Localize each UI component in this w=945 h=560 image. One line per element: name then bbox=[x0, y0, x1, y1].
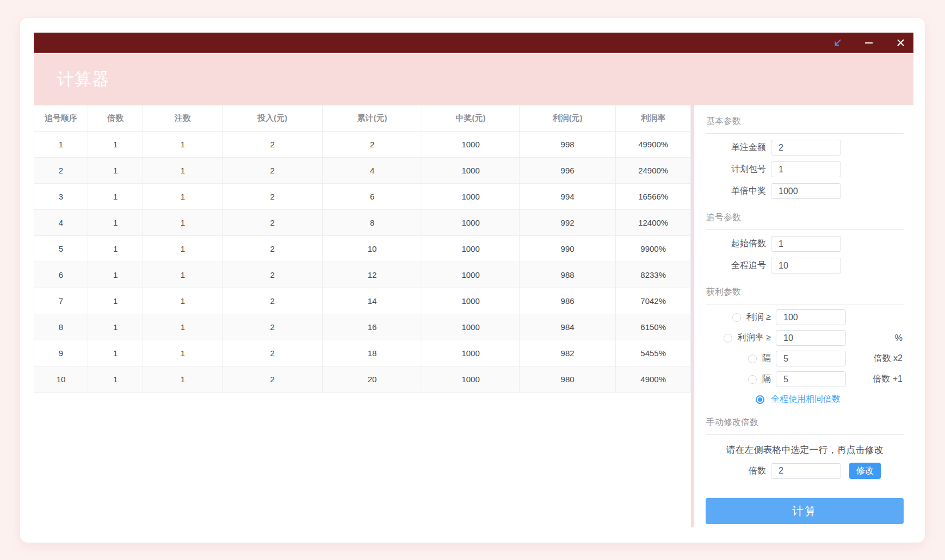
table-cell: 2 bbox=[223, 340, 322, 366]
table-cell: 1 bbox=[143, 340, 223, 366]
table-row[interactable]: 31126100099416566% bbox=[34, 184, 691, 210]
table-cell: 2 bbox=[223, 210, 322, 236]
app-window: 计算器 追号顺序 倍数 注数 投入(元) 累计(元) 中奖(元) 利润( bbox=[20, 18, 925, 543]
column-header-order: 追号顺序 bbox=[34, 105, 88, 132]
interval-plus1-input[interactable] bbox=[776, 371, 846, 387]
table-cell: 1 bbox=[143, 366, 223, 393]
column-header-profit: 利润(元) bbox=[519, 105, 615, 132]
start-multiple-input[interactable] bbox=[771, 236, 841, 252]
table-cell: 5 bbox=[34, 236, 88, 262]
table-cell: 7 bbox=[34, 288, 88, 314]
section-title-manual: 手动修改倍数 bbox=[706, 413, 904, 435]
same-multiple-label[interactable]: 全程使用相同倍数 bbox=[771, 394, 841, 405]
table-cell: 1 bbox=[88, 262, 143, 288]
table-cell: 18 bbox=[322, 340, 422, 366]
table-cell: 16566% bbox=[616, 184, 691, 210]
profit-gte-radio[interactable] bbox=[732, 313, 741, 322]
table-row[interactable]: 61121210009888233% bbox=[34, 262, 691, 288]
form-row-total-chase: 全程追号 bbox=[706, 258, 904, 273]
table-body: 11122100099849900%21124100099624900%3112… bbox=[34, 132, 691, 393]
table-row[interactable]: 11122100099849900% bbox=[34, 132, 691, 158]
plan-number-label: 计划包号 bbox=[706, 164, 771, 175]
table-cell: 3 bbox=[34, 184, 88, 210]
table-cell: 9 bbox=[34, 340, 88, 366]
bet-amount-input[interactable] bbox=[771, 140, 841, 155]
table-cell: 4900% bbox=[616, 366, 691, 393]
column-header-multiple: 倍数 bbox=[88, 105, 143, 132]
minimize-icon[interactable] bbox=[863, 38, 874, 48]
table-cell: 24900% bbox=[616, 158, 691, 184]
form-row-single-win: 单倍中奖 bbox=[706, 183, 904, 199]
calculate-button[interactable]: 计算 bbox=[706, 498, 904, 524]
single-win-input[interactable] bbox=[771, 183, 841, 199]
same-multiple-radio[interactable] bbox=[756, 395, 764, 404]
table-cell: 2 bbox=[223, 314, 322, 340]
table-row[interactable]: 81121610009846150% bbox=[34, 314, 691, 340]
table-row[interactable]: 101122010009804900% bbox=[34, 366, 691, 393]
profit-rate-gte-label: 利润率 ≥ bbox=[738, 332, 771, 344]
table-cell: 980 bbox=[519, 366, 615, 393]
close-icon[interactable] bbox=[895, 38, 906, 48]
table-row[interactable]: 71121410009867042% bbox=[34, 288, 691, 314]
table-row[interactable]: 91121810009825455% bbox=[34, 340, 691, 366]
interval-plus1-radio[interactable] bbox=[748, 375, 757, 384]
table-cell: 1000 bbox=[422, 184, 520, 210]
bet-amount-label: 单注金额 bbox=[706, 142, 771, 153]
table-cell: 1000 bbox=[422, 262, 520, 288]
form-row-plan-number: 计划包号 bbox=[706, 161, 904, 177]
form-row-manual-multiple: 倍数 修改 bbox=[706, 463, 904, 479]
interval-x2-suffix-label: 倍数 x2 bbox=[846, 353, 904, 364]
table-cell: 1 bbox=[88, 314, 143, 340]
table-cell: 986 bbox=[519, 288, 615, 314]
profit-rate-gte-input[interactable] bbox=[776, 330, 846, 346]
total-chase-input[interactable] bbox=[771, 258, 841, 273]
column-header-bets: 注数 bbox=[143, 105, 223, 132]
table-cell: 2 bbox=[223, 262, 322, 288]
form-row-bet-amount: 单注金额 bbox=[706, 140, 904, 155]
option-row-profit-gte: 利润 ≥ bbox=[706, 309, 904, 325]
table-cell: 6 bbox=[322, 184, 422, 210]
form-row-start-multiple: 起始倍数 bbox=[706, 236, 904, 252]
profit-gte-label: 利润 ≥ bbox=[746, 312, 771, 323]
table-row[interactable]: 21124100099624900% bbox=[34, 158, 691, 184]
section-title-basic: 基本参数 bbox=[706, 111, 904, 134]
table-cell: 1 bbox=[34, 132, 88, 158]
profit-rate-gte-radio[interactable] bbox=[724, 334, 732, 343]
start-multiple-label: 起始倍数 bbox=[706, 238, 771, 250]
interval-x2-radio[interactable] bbox=[748, 354, 757, 363]
restore-window-icon[interactable] bbox=[832, 38, 843, 48]
option-row-profit-rate-gte: 利润率 ≥ % bbox=[706, 330, 904, 346]
table-cell: 2 bbox=[34, 158, 88, 184]
modify-button[interactable]: 修改 bbox=[849, 463, 881, 479]
table-cell: 2 bbox=[223, 132, 322, 158]
table-cell: 14 bbox=[322, 288, 422, 314]
interval-x2-input[interactable] bbox=[776, 351, 846, 366]
table-cell: 1 bbox=[88, 288, 143, 314]
table-cell: 2 bbox=[322, 132, 422, 158]
plan-number-input[interactable] bbox=[771, 161, 841, 177]
chase-table: 追号顺序 倍数 注数 投入(元) 累计(元) 中奖(元) 利润(元) 利润率 1… bbox=[34, 105, 691, 393]
table-cell: 1000 bbox=[422, 132, 520, 158]
table-cell: 1 bbox=[143, 132, 223, 158]
manual-multiple-input[interactable] bbox=[771, 463, 841, 479]
table-cell: 1000 bbox=[422, 288, 520, 314]
table-cell: 1000 bbox=[422, 158, 520, 184]
table-cell: 1 bbox=[88, 340, 143, 366]
table-row[interactable]: 51121010009909900% bbox=[34, 236, 691, 262]
manual-multiple-label: 倍数 bbox=[706, 465, 771, 477]
table-cell: 16 bbox=[322, 314, 422, 340]
table-row[interactable]: 41128100099212400% bbox=[34, 210, 691, 236]
table-cell: 1000 bbox=[422, 340, 520, 366]
table-cell: 984 bbox=[519, 314, 615, 340]
chase-table-area: 追号顺序 倍数 注数 投入(元) 累计(元) 中奖(元) 利润(元) 利润率 1… bbox=[34, 105, 691, 527]
single-win-label: 单倍中奖 bbox=[706, 185, 771, 197]
table-cell: 1 bbox=[143, 158, 223, 184]
table-cell: 1 bbox=[88, 366, 143, 393]
table-cell: 6 bbox=[34, 262, 88, 288]
table-cell: 49900% bbox=[616, 132, 691, 158]
table-cell: 7042% bbox=[616, 288, 691, 314]
column-header-win: 中奖(元) bbox=[422, 105, 520, 132]
table-cell: 10 bbox=[34, 366, 88, 393]
table-cell: 982 bbox=[519, 340, 615, 366]
profit-gte-input[interactable] bbox=[776, 309, 846, 325]
